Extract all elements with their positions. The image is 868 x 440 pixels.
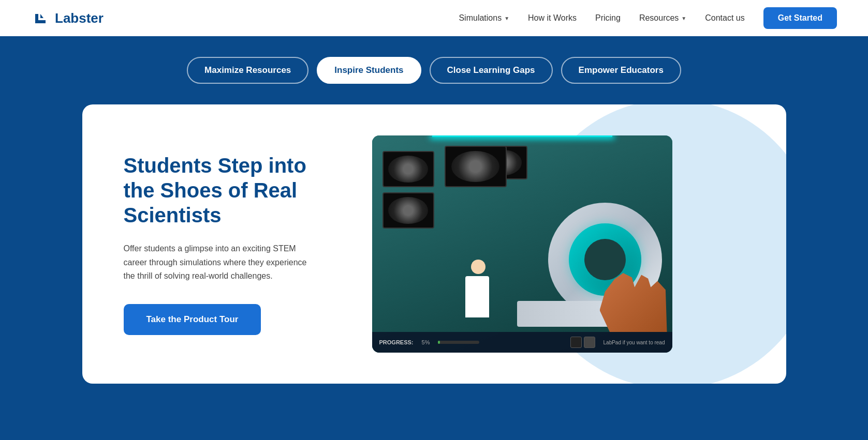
doctor-figure (465, 260, 491, 322)
product-tour-button[interactable]: Take the Product Tour (124, 304, 261, 335)
tabs-row: Maximize Resources Inspire Students Clos… (31, 57, 837, 84)
chevron-down-icon: ▼ (681, 16, 686, 21)
nav-resources[interactable]: Resources ▼ (639, 13, 686, 23)
hud-icon-1 (570, 337, 582, 348)
nav-simulations[interactable]: Simulations ▼ (459, 13, 509, 23)
card-description: Offer students a glimpse into an excitin… (124, 242, 310, 283)
progress-bar-fill (438, 341, 440, 344)
nav-pricing[interactable]: Pricing (595, 13, 621, 23)
main-content: Maximize Resources Inspire Students Clos… (0, 36, 868, 415)
progress-bar-bg (438, 341, 479, 344)
simulation-screenshot: PROGRESS: 5% LabPad if you want to read (372, 135, 672, 353)
hand-shape (600, 270, 667, 332)
doctor-head (471, 260, 486, 274)
tab-empower-educators[interactable]: Empower Educators (561, 57, 681, 84)
tab-inspire-students[interactable]: Inspire Students (317, 57, 421, 84)
brain-scan-image-3 (451, 151, 499, 183)
nav-links: Simulations ▼ How it Works Pricing Resou… (459, 7, 837, 29)
hand-foreground (600, 270, 667, 332)
labster-logo-icon (31, 9, 50, 27)
wall-screen-top-left (382, 151, 434, 187)
wall-screen-bottom-left (382, 192, 434, 229)
tab-maximize-resources[interactable]: Maximize Resources (187, 57, 308, 84)
get-started-button[interactable]: Get Started (763, 7, 837, 29)
hud-labpad-text: LabPad if you want to read (604, 340, 665, 345)
brain-scan-image (388, 156, 428, 183)
nav-contact[interactable]: Contact us (705, 13, 744, 23)
card-heading: Students Step into the Shoes of Real Sci… (124, 153, 341, 227)
ceiling-light-strip (432, 135, 612, 137)
logo-text: Labster (55, 10, 104, 26)
logo[interactable]: Labster (31, 9, 104, 27)
hud-icon-2 (584, 337, 595, 348)
brain-scan-image-2 (388, 197, 428, 224)
tab-close-learning-gaps[interactable]: Close Learning Gaps (430, 57, 553, 84)
navbar: Labster Simulations ▼ How it Works Prici… (0, 0, 868, 36)
card-left: Students Step into the Shoes of Real Sci… (124, 153, 341, 335)
wall-screen-center (445, 146, 507, 187)
progress-value: 5% (422, 339, 430, 345)
card-right: PROGRESS: 5% LabPad if you want to read (372, 135, 745, 353)
nav-how-it-works[interactable]: How it Works (528, 13, 577, 23)
doctor-body (465, 276, 489, 317)
progress-label: PROGRESS: (379, 339, 414, 345)
feature-card: Students Step into the Shoes of Real Sci… (82, 104, 786, 384)
hud-icon-group (570, 337, 595, 348)
chevron-down-icon: ▼ (504, 16, 509, 21)
sim-hud-bar: PROGRESS: 5% LabPad if you want to read (372, 332, 672, 353)
